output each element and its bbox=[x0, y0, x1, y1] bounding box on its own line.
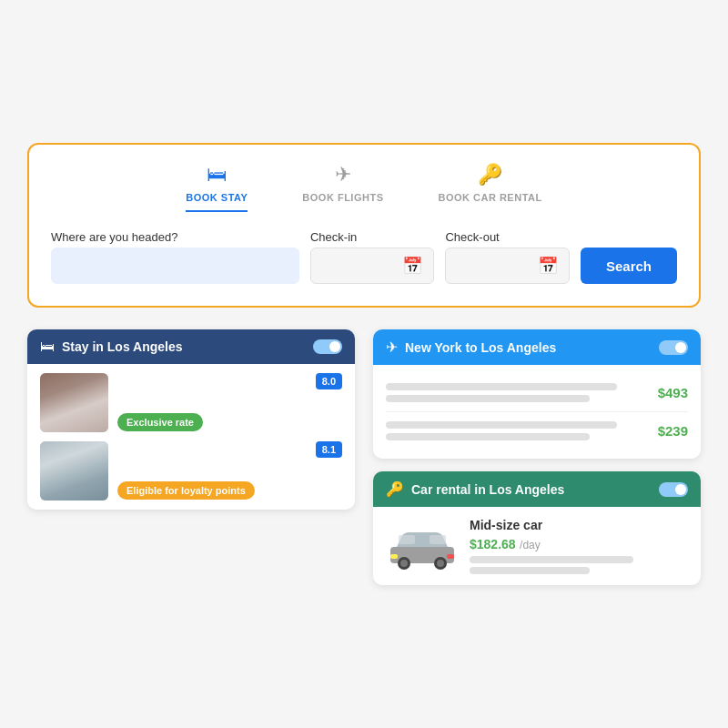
cards-row: 🛏 Stay in Los Angeles bbox=[27, 329, 701, 585]
hotel-item: 8.1 Eligible for loyalty points bbox=[40, 441, 342, 500]
placeholder-line bbox=[386, 433, 590, 440]
flight-header-left: ✈ New York to Los Angeles bbox=[386, 339, 556, 356]
hotel-card: 🛏 Stay in Los Angeles bbox=[27, 329, 355, 510]
hotel-score-2: 8.1 bbox=[316, 441, 342, 458]
flight-item: $493 bbox=[386, 374, 688, 412]
hotel-image-2 bbox=[40, 441, 108, 500]
flight-price-2: $239 bbox=[658, 423, 688, 439]
placeholder-line bbox=[386, 383, 617, 390]
checkout-field-group: Check-out 📅 bbox=[445, 230, 569, 284]
svg-rect-1 bbox=[399, 535, 415, 544]
checkout-input[interactable]: 📅 bbox=[445, 248, 569, 284]
flight-price-1: $493 bbox=[658, 385, 688, 400]
hotel-tag-2: Eligible for loyalty points bbox=[117, 481, 255, 500]
destination-input[interactable] bbox=[51, 248, 299, 284]
hotel-section: 🛏 Stay in Los Angeles bbox=[27, 329, 355, 585]
car-content: Mid-size car $182.68 /day bbox=[373, 507, 701, 585]
car-image bbox=[386, 521, 459, 571]
checkout-label: Check-out bbox=[445, 230, 569, 244]
hotel-image-inner-1 bbox=[40, 373, 108, 432]
car-details: Mid-size car $182.68 /day bbox=[470, 518, 688, 574]
key-icon: 🔑 bbox=[478, 163, 502, 187]
hotel-details-1: 8.0 Exclusive rate bbox=[117, 373, 342, 431]
right-cards: ✈ New York to Los Angeles $493 bbox=[373, 329, 701, 585]
checkin-field-group: Check-in 📅 bbox=[310, 230, 434, 284]
search-widget: 🛏 BOOK STAY ✈ BOOK FLIGHTS 🔑 BOOK CAR RE… bbox=[27, 143, 701, 308]
hotel-item: 8.0 Exclusive rate bbox=[40, 373, 342, 432]
hotel-list: 8.0 Exclusive rate bbox=[27, 364, 355, 510]
hotel-image-1 bbox=[40, 373, 108, 432]
hotel-card-header: 🛏 Stay in Los Angeles bbox=[27, 329, 355, 364]
car-sub-lines bbox=[470, 556, 688, 574]
placeholder-line bbox=[386, 395, 590, 402]
hotel-details-2: 8.1 Eligible for loyalty points bbox=[117, 441, 342, 500]
hotel-score-1: 8.0 bbox=[316, 373, 342, 389]
car-svg bbox=[386, 521, 459, 571]
svg-rect-7 bbox=[390, 554, 398, 559]
flight-row: $493 bbox=[386, 383, 688, 402]
flight-header-icon: ✈ bbox=[386, 339, 398, 356]
tab-car-label: BOOK CAR RENTAL bbox=[438, 192, 541, 203]
checkin-input[interactable]: 📅 bbox=[310, 248, 434, 284]
car-card-header: 🔑 Car rental in Los Angeles bbox=[373, 471, 701, 507]
svg-rect-2 bbox=[430, 535, 446, 544]
car-price: $182.68 bbox=[470, 537, 516, 551]
tab-stay-label: BOOK STAY bbox=[186, 192, 248, 203]
placeholder-line bbox=[470, 567, 590, 574]
bed-icon: 🛏 bbox=[207, 163, 227, 187]
flight-row: $239 bbox=[386, 421, 688, 440]
checkin-calendar-icon: 📅 bbox=[402, 256, 422, 276]
search-button[interactable]: Search bbox=[581, 248, 677, 284]
tab-flights[interactable]: ✈ BOOK FLIGHTS bbox=[302, 163, 383, 212]
flight-item: $239 bbox=[386, 412, 688, 450]
tab-stay[interactable]: 🛏 BOOK STAY bbox=[186, 163, 248, 212]
destination-label: Where are you headed? bbox=[51, 230, 299, 244]
hotel-row-top-2: 8.1 bbox=[117, 441, 342, 478]
hotel-tag-1: Exclusive rate bbox=[117, 413, 203, 431]
hotel-header-title: Stay in Los Angeles bbox=[62, 339, 183, 354]
checkout-calendar-icon: 📅 bbox=[538, 256, 558, 276]
car-header-title: Car rental in Los Angeles bbox=[411, 482, 564, 497]
placeholder-line bbox=[386, 421, 617, 429]
car-name: Mid-size car bbox=[470, 518, 688, 532]
destination-field-group: Where are you headed? bbox=[51, 230, 299, 284]
car-rental-card: 🔑 Car rental in Los Angeles bbox=[373, 471, 701, 585]
svg-point-6 bbox=[437, 560, 444, 567]
hotel-header-left: 🛏 Stay in Los Angeles bbox=[40, 339, 183, 355]
plane-icon: ✈ bbox=[335, 163, 351, 187]
car-price-row: $182.68 /day bbox=[470, 536, 688, 552]
flight-card: ✈ New York to Los Angeles $493 bbox=[373, 329, 701, 459]
hotel-toggle[interactable] bbox=[313, 339, 342, 354]
search-fields: Where are you headed? Check-in 📅 Check-o… bbox=[51, 230, 677, 284]
svg-point-4 bbox=[400, 560, 408, 567]
hotel-header-icon: 🛏 bbox=[40, 339, 55, 355]
hotel-image-inner-2 bbox=[40, 441, 108, 500]
car-price-unit: /day bbox=[520, 539, 541, 551]
tab-flights-label: BOOK FLIGHTS bbox=[302, 192, 383, 203]
flight-card-header: ✈ New York to Los Angeles bbox=[373, 329, 701, 365]
car-toggle[interactable] bbox=[659, 482, 688, 497]
hotel-row-top-1: 8.0 bbox=[117, 373, 342, 410]
svg-rect-8 bbox=[447, 554, 454, 559]
car-header-icon: 🔑 bbox=[386, 480, 404, 498]
car-header-left: 🔑 Car rental in Los Angeles bbox=[386, 480, 564, 498]
flight-toggle[interactable] bbox=[659, 340, 688, 355]
main-container: 🛏 BOOK STAY ✈ BOOK FLIGHTS 🔑 BOOK CAR RE… bbox=[27, 143, 701, 585]
placeholder-line bbox=[470, 556, 633, 563]
tab-car-rental[interactable]: 🔑 BOOK CAR RENTAL bbox=[438, 163, 541, 212]
booking-tabs: 🛏 BOOK STAY ✈ BOOK FLIGHTS 🔑 BOOK CAR RE… bbox=[51, 163, 677, 212]
checkin-label: Check-in bbox=[310, 230, 434, 244]
flight-list: $493 $239 bbox=[373, 365, 701, 459]
flight-header-title: New York to Los Angeles bbox=[405, 340, 556, 355]
